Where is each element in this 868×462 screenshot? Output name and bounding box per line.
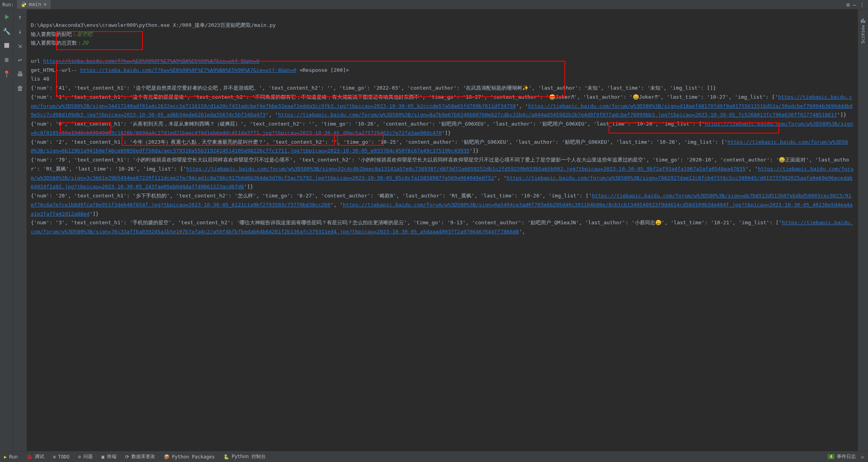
up-arrow-icon[interactable]: ↑ [16, 13, 24, 21]
wrap-icon[interactable]: ↩ [16, 55, 24, 64]
tab-close-icon[interactable]: × [43, 1, 47, 7]
console-output[interactable]: D:\Apps\Anaconda3\envs\crawoler009\pytho… [27, 9, 858, 451]
gear-icon[interactable]: ⚙ [846, 2, 849, 8]
user-input-1: 星空吧 [77, 31, 92, 37]
svg-rect-4 [862, 19, 864, 23]
lis-text: lis 48 [31, 76, 49, 82]
user-input-2: 20 [82, 40, 88, 46]
package-icon: 📦 [164, 454, 170, 460]
url-label: url [31, 58, 43, 64]
dict-4: {'num': '2', 'text_content_h1': '今年（2023… [31, 139, 727, 145]
svg-point-0 [23, 2, 23, 3]
svg-point-1 [24, 6, 24, 6]
export-icon[interactable]: ⇲ [16, 41, 24, 50]
get-html-label: get_HTML--url-- [31, 67, 80, 73]
dict-7: {'num': '3', 'text_content_h1': '手机拍摄的星空… [31, 220, 782, 225]
bug-icon: 🐞 [26, 454, 32, 460]
response-text: <Response [200]> [296, 67, 349, 73]
down-arrow-icon[interactable]: ↓ [16, 27, 24, 36]
terminal-icon: ▣ [101, 454, 104, 460]
status-db[interactable]: ⟳数据库更改 [125, 453, 155, 460]
pyconsole-icon: 🐍 [223, 454, 229, 460]
svg-rect-5 [864, 21, 865, 23]
print-icon[interactable]: 🖶 [16, 69, 24, 78]
problems-icon: ⊘ [78, 454, 81, 460]
pin-icon[interactable]: 📍 [2, 69, 11, 78]
play-icon[interactable] [2, 13, 11, 21]
dict-2: {'num': '1', 'text_content_h1': '这个有光晕的星… [31, 94, 778, 100]
url-link-2[interactable]: https://tieba.baidu.com/f?kw=%E6%98%9F%E… [80, 67, 296, 73]
prompt-1: 输入要爬取的贴吧： [31, 31, 77, 37]
status-terminal[interactable]: ▣终端 [101, 453, 116, 460]
dict-1: {'num': '41', 'text_content_h1': '这个吧是自然… [31, 85, 716, 91]
left-toolbar: 🔧 ⊞ 📍 [0, 9, 13, 451]
status-run[interactable]: ▶Run [4, 454, 18, 460]
run-label: Run: [2, 2, 14, 8]
layout-icon[interactable]: ⊞ [2, 55, 11, 64]
url-link-1[interactable]: https://tieba.baidu.com/f?kw=%E6%98%9F%E… [43, 58, 259, 64]
tab-name: main [29, 1, 41, 7]
titlebar: Run: main × ⚙ — ⋮ [0, 0, 868, 9]
status-debug[interactable]: 🐞调试 [26, 453, 44, 460]
status-packages[interactable]: 📦Python Packages [164, 454, 215, 460]
dict-3: {'num': '0', 'text_content_h1': '从夜初到天亮，… [31, 121, 705, 127]
sub-toolbar: ↑ ↓ ⇲ ↩ 🖶 🗑 [13, 9, 27, 451]
dict-5-link-1: https://tiebapic.baidu.com/forum/w%3D580… [186, 166, 746, 172]
wrench-icon[interactable]: 🔧 [2, 27, 11, 36]
event-count-badge: 4 [828, 454, 834, 459]
status-pyconsole[interactable]: 🐍Python 控制台 [223, 453, 266, 460]
tab-main[interactable]: main × [17, 0, 51, 9]
python-icon [21, 2, 26, 7]
sciview-icon[interactable] [860, 17, 866, 24]
statusbar: ▶Run 🐞调试 ≡TODO ⊘问题 ▣终端 ⟳数据库更改 📦Python Pa… [0, 451, 868, 462]
right-sidebar: SciView [858, 9, 868, 451]
minimize-icon[interactable]: — [853, 2, 856, 8]
stop-icon[interactable] [2, 41, 11, 50]
dict-6: {'num': '20', 'text_content_h1': '乡下手机拍的… [31, 193, 592, 199]
command-line: D:\Apps\Anaconda3\envs\crawoler009\pytho… [31, 22, 276, 28]
trash-icon[interactable]: 🗑 [16, 84, 24, 92]
svg-rect-3 [861, 20, 862, 23]
todo-icon: ≡ [53, 454, 56, 460]
prompt-2: 输入要爬取的总页数： [31, 40, 82, 46]
svg-rect-2 [4, 43, 9, 48]
status-problems[interactable]: ⊘问题 [78, 453, 93, 460]
more-icon[interactable]: ⋮ [859, 2, 865, 8]
dict-2-link-3[interactable]: https://tiebapic.baidu.com/forum/w%3D580… [278, 112, 837, 118]
status-indicator-icon[interactable]: ▭ [861, 454, 864, 460]
highlight-box-2 [56, 61, 565, 97]
db-icon: ⟳ [125, 454, 129, 460]
status-event-log[interactable]: 4 事件日志 [828, 453, 856, 460]
sciview-label[interactable]: SciView [861, 25, 866, 43]
status-todo[interactable]: ≡TODO [53, 454, 69, 460]
